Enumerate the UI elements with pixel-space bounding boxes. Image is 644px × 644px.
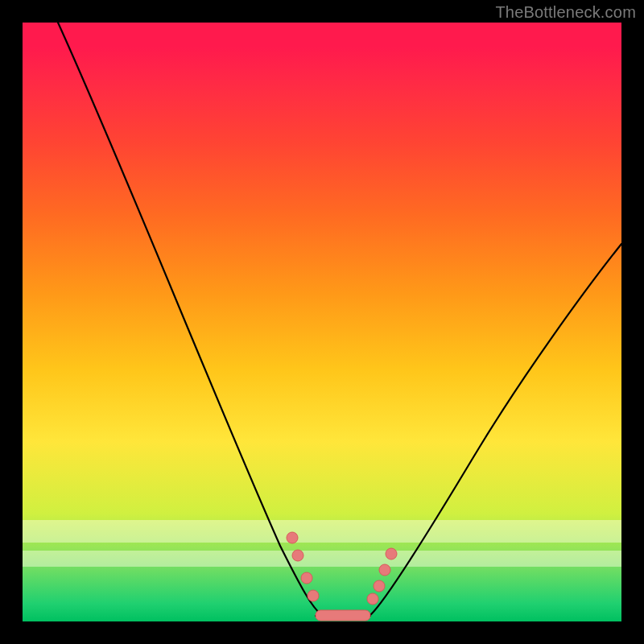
marker-dot (301, 572, 312, 584)
chart-svg (23, 23, 621, 621)
chart-frame: TheBottleneck.com (0, 0, 644, 644)
plot-area (23, 23, 621, 621)
marker-dot (287, 532, 298, 543)
curve-right (370, 244, 621, 615)
curve-left (58, 23, 322, 615)
marker-dot (379, 564, 390, 576)
watermark-text: TheBottleneck.com (495, 3, 636, 22)
trough-marker-bar (316, 610, 370, 621)
marker-dot (374, 580, 385, 592)
marker-dot (386, 548, 397, 559)
marker-dot (308, 590, 319, 601)
marker-dot (292, 550, 303, 561)
marker-dot (367, 593, 378, 605)
